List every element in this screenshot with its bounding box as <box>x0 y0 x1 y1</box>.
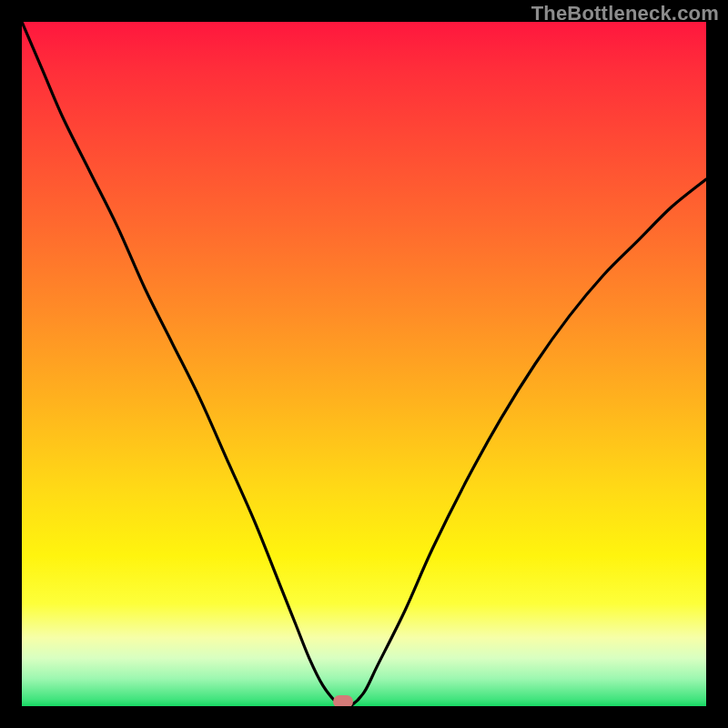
chart-frame: TheBottleneck.com <box>0 0 728 728</box>
bottleneck-curve <box>22 22 706 706</box>
min-marker-icon <box>333 695 353 706</box>
plot-area <box>22 22 706 706</box>
